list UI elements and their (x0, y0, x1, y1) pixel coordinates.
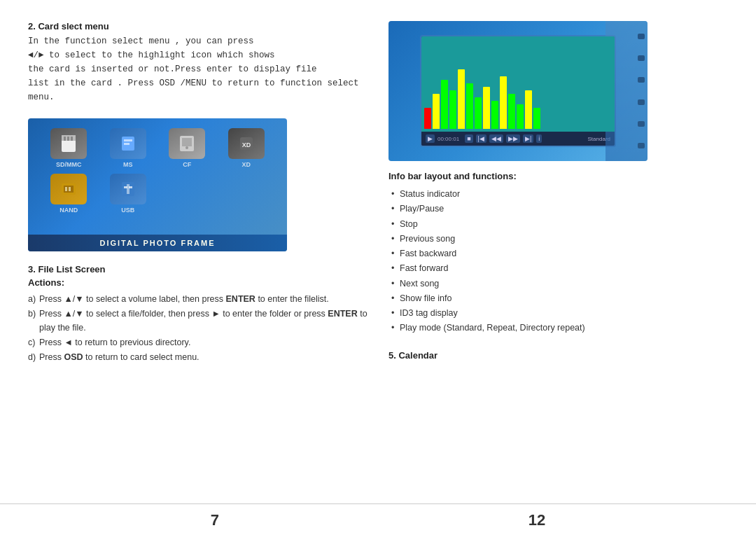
action-c-text: Press ◄ to return to previous directory. (39, 338, 190, 347)
actions-heading: Actions: (28, 277, 368, 288)
svg-rect-2 (64, 137, 66, 141)
usb-label: USB (121, 207, 134, 214)
calendar-heading: 5. Calendar (388, 350, 728, 361)
eq-bar-8 (483, 87, 490, 129)
action-d-bold: OSD (64, 352, 83, 362)
cf-label: CF (183, 161, 191, 168)
svg-rect-20 (127, 184, 130, 194)
info-item-next-song: Next song (388, 277, 728, 291)
ms-label: MS (123, 161, 133, 168)
file-list-section: 3. File List Screen Actions: Press ▲/▼ t… (28, 264, 368, 364)
left-column: 2. Card slect menu In the function selec… (28, 21, 368, 489)
actions-list: Press ▲/▼ to select a volume label, then… (28, 292, 368, 364)
info-item-id3: ID3 tag display (388, 306, 728, 321)
next-ctrl-btn[interactable]: ▶| (523, 134, 533, 143)
svg-rect-4 (71, 137, 73, 141)
action-d: Press OSD to return to card select menu. (28, 350, 368, 365)
info-list: Status indicator Play/Pause Stop Previou… (388, 187, 728, 336)
footer: 7 12 (0, 503, 756, 535)
card-text-1: In the function select menu , you can pr… (28, 34, 368, 48)
xd-label: XD (241, 161, 251, 168)
eq-bar-10 (500, 76, 507, 129)
film-hole-4 (638, 99, 645, 105)
info-ctrl-btn[interactable]: i (536, 134, 542, 143)
dpf-icons-grid: SD/MMC MS CF XD (28, 118, 287, 218)
main-content: 2. Card slect menu In the function selec… (0, 0, 756, 503)
eq-bar-12 (517, 104, 524, 129)
page-number-right: 12 (528, 511, 545, 529)
film-holes (638, 21, 645, 161)
music-screen (421, 36, 615, 132)
usb-icon-box (110, 174, 146, 204)
eq-bar-14 (533, 108, 540, 129)
action-a-bold: ENTER (226, 294, 255, 304)
time-display: 00:00:01 (438, 136, 459, 142)
dpf-icon-cf: CF (160, 128, 214, 168)
card-select-heading: 2. Card slect menu (28, 21, 368, 32)
action-b: Press ▲/▼ to select a file/folder, then … (28, 307, 368, 335)
eq-bar-11 (508, 94, 515, 129)
music-player-inner: ▶ 00:00:01 ■ |◀ ◀◀ ▶▶ ▶| i Standard (420, 35, 616, 147)
prev-ctrl-btn[interactable]: |◀ (476, 134, 486, 143)
info-item-prev-song: Previous song (388, 232, 728, 246)
eq-bar-7 (475, 97, 482, 129)
right-column: ▶ 00:00:01 ■ |◀ ◀◀ ▶▶ ▶| i Standard Info… (382, 21, 728, 489)
film-hole-5 (638, 121, 645, 127)
sdmmc-icon-box (50, 128, 87, 159)
eq-bar-5 (458, 69, 465, 129)
card-select-body: In the function select menu , you can pr… (28, 34, 368, 104)
svg-rect-15 (65, 187, 67, 191)
film-hole-3 (638, 77, 645, 83)
svg-rect-6 (124, 139, 132, 141)
action-a: Press ▲/▼ to select a volume label, then… (28, 292, 368, 307)
eq-bar-1 (424, 108, 431, 129)
svg-rect-9 (182, 138, 192, 146)
music-player-image: ▶ 00:00:01 ■ |◀ ◀◀ ▶▶ ▶| i Standard (388, 21, 648, 161)
info-item-status: Status indicator (388, 187, 728, 202)
dpf-icon-nand: NAND (42, 174, 96, 214)
page-number-left: 7 (211, 511, 219, 529)
info-item-playmode: Play mode (Standard, Repeat, Directory r… (388, 321, 728, 335)
svg-rect-3 (67, 137, 69, 141)
info-bar-heading: Info bar layout and functions: (388, 171, 728, 181)
dpf-icon-xd: XD XD (220, 128, 274, 168)
card-text-3: the card is inserted or not.Press enter … (28, 62, 368, 76)
info-item-fast-forward: Fast forward (388, 261, 728, 276)
sdmmc-label: SD/MMC (56, 161, 82, 168)
action-a-text: Press ▲/▼ to select a volume label, then… (39, 294, 329, 304)
info-item-playpause: Play/Pause (388, 202, 728, 216)
xd-icon-box: XD (228, 128, 265, 159)
svg-point-10 (186, 146, 188, 149)
action-b-text: Press ▲/▼ to select a file/folder, then … (39, 309, 368, 333)
info-item-show-file: Show file info (388, 291, 728, 306)
info-bar-section: Info bar layout and functions: Status in… (388, 171, 728, 336)
action-d-text: Press OSD to return to card select menu. (39, 352, 200, 362)
svg-rect-7 (124, 143, 130, 145)
action-b-bold: ENTER (328, 309, 357, 319)
eq-bar-9 (491, 101, 498, 129)
eq-bar-13 (525, 90, 532, 129)
dpf-title: DIGITAL PHOTO FRAME (35, 239, 280, 247)
dpf-icon-sdmmc: SD/MMC (42, 128, 96, 168)
dpf-image: SD/MMC MS CF XD (28, 118, 287, 251)
nand-label: NAND (59, 207, 78, 214)
dpf-icon-ms: MS (102, 128, 155, 168)
cf-icon-box (169, 128, 205, 159)
card-text-4: list in the card . Press OSD /MENU to re… (28, 76, 368, 104)
info-item-fast-backward: Fast backward (388, 246, 728, 261)
film-hole-2 (638, 55, 645, 61)
svg-rect-16 (69, 187, 71, 191)
ms-icon-box (110, 128, 146, 159)
card-text-2: ◄/► to select to the highlight icon whic… (28, 48, 368, 62)
info-item-stop: Stop (388, 217, 728, 232)
play-button[interactable]: ▶ (426, 134, 435, 143)
action-c: Press ◄ to return to previous directory. (28, 335, 368, 350)
svg-text:XD: XD (241, 141, 251, 148)
stop-ctrl-btn[interactable]: ■ (465, 134, 472, 143)
rew-ctrl-btn[interactable]: ◀◀ (489, 134, 503, 143)
card-select-section: 2. Card slect menu In the function selec… (28, 21, 368, 104)
fwd-ctrl-btn[interactable]: ▶▶ (506, 134, 520, 143)
eq-bar-3 (441, 80, 448, 129)
dpf-icon-usb: USB (102, 174, 155, 214)
file-list-heading: 3. File List Screen (28, 264, 368, 275)
